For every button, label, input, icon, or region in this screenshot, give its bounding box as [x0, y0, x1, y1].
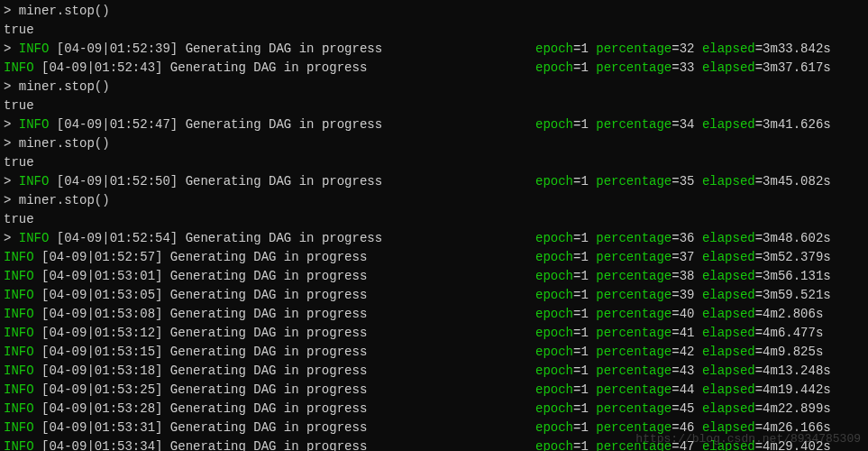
- command-line: > miner.stop(): [4, 78, 864, 97]
- log-message: Generating DAG in progress: [186, 231, 382, 245]
- timestamp: [04-09|01:53:25]: [41, 382, 162, 397]
- log-message: Generating DAG in progress: [170, 364, 367, 378]
- timestamp: [04-09|01:53:05]: [41, 288, 162, 302]
- log-line: INFO [04-09|01:53:01] Generating DAG in …: [4, 267, 864, 286]
- log-line: INFO [04-09|01:53:15] Generating DAG in …: [4, 343, 864, 362]
- timestamp: [04-09|01:53:18]: [41, 364, 162, 378]
- log-message: Generating DAG in progress: [170, 439, 367, 451]
- command-line: > miner.stop(): [4, 134, 864, 153]
- log-message: Generating DAG in progress: [170, 288, 367, 302]
- log-level: INFO: [4, 382, 34, 397]
- log-line: INFO [04-09|01:53:28] Generating DAG in …: [4, 400, 864, 419]
- return-value: true: [4, 97, 864, 115]
- log-line: INFO [04-09|01:52:43] Generating DAG in …: [4, 59, 864, 78]
- log-level: INFO: [4, 439, 34, 451]
- timestamp: [04-09|01:53:15]: [41, 345, 162, 359]
- log-level: INFO: [19, 231, 50, 245]
- log-message: Generating DAG in progress: [170, 401, 367, 416]
- log-level: INFO: [19, 41, 50, 56]
- timestamp: [04-09|01:53:12]: [41, 326, 162, 340]
- timestamp: [04-09|01:53:28]: [41, 401, 162, 416]
- log-level: INFO: [19, 117, 50, 132]
- log-message: Generating DAG in progress: [170, 420, 367, 435]
- log-message: Generating DAG in progress: [186, 174, 382, 189]
- log-line: > INFO [04-09|01:52:39] Generating DAG i…: [4, 40, 864, 59]
- timestamp: [04-09|01:52:57]: [41, 250, 162, 264]
- watermark-text: https://blog.csdn.net/8934785309: [635, 430, 861, 448]
- log-level: INFO: [19, 174, 50, 189]
- log-message: Generating DAG in progress: [170, 250, 367, 264]
- log-message: Generating DAG in progress: [186, 41, 382, 56]
- log-level: INFO: [4, 269, 34, 283]
- log-level: INFO: [4, 420, 34, 435]
- log-line: INFO [04-09|01:53:18] Generating DAG in …: [4, 362, 864, 381]
- log-level: INFO: [4, 60, 34, 75]
- log-message: Generating DAG in progress: [170, 269, 367, 283]
- log-level: INFO: [4, 288, 34, 302]
- log-line: > INFO [04-09|01:52:50] Generating DAG i…: [4, 172, 864, 191]
- log-message: Generating DAG in progress: [186, 117, 382, 132]
- log-line: INFO [04-09|01:52:57] Generating DAG in …: [4, 248, 864, 267]
- timestamp: [04-09|01:53:01]: [41, 269, 162, 283]
- timestamp: [04-09|01:52:54]: [57, 231, 178, 245]
- log-level: INFO: [4, 401, 34, 416]
- timestamp: [04-09|01:52:47]: [57, 117, 178, 132]
- log-level: INFO: [4, 345, 34, 359]
- return-value: true: [4, 153, 864, 172]
- log-message: Generating DAG in progress: [170, 382, 367, 397]
- log-level: INFO: [4, 326, 34, 340]
- return-value: true: [4, 21, 864, 40]
- command-line: > miner.stop(): [4, 191, 864, 210]
- timestamp: [04-09|01:52:50]: [57, 174, 178, 189]
- timestamp: [04-09|01:53:31]: [41, 420, 162, 435]
- timestamp: [04-09|01:53:34]: [41, 439, 162, 451]
- log-message: Generating DAG in progress: [170, 60, 367, 75]
- log-line: > INFO [04-09|01:52:54] Generating DAG i…: [4, 229, 864, 248]
- log-line: > INFO [04-09|01:52:47] Generating DAG i…: [4, 115, 864, 134]
- command-line: > miner.stop(): [4, 2, 864, 21]
- log-message: Generating DAG in progress: [170, 307, 367, 321]
- timestamp: [04-09|01:52:39]: [57, 41, 178, 56]
- timestamp: [04-09|01:52:43]: [41, 60, 162, 75]
- return-value: true: [4, 210, 864, 229]
- log-level: INFO: [4, 250, 34, 264]
- log-level: INFO: [4, 307, 34, 321]
- log-line: INFO [04-09|01:53:25] Generating DAG in …: [4, 381, 864, 400]
- log-message: Generating DAG in progress: [170, 326, 367, 340]
- log-line: INFO [04-09|01:53:05] Generating DAG in …: [4, 286, 864, 305]
- timestamp: [04-09|01:53:08]: [41, 307, 162, 321]
- log-level: INFO: [4, 364, 34, 378]
- log-line: INFO [04-09|01:53:08] Generating DAG in …: [4, 305, 864, 324]
- log-line: INFO [04-09|01:53:12] Generating DAG in …: [4, 324, 864, 343]
- log-message: Generating DAG in progress: [170, 345, 367, 359]
- terminal-output[interactable]: > miner.stop()true> INFO [04-09|01:52:39…: [4, 2, 864, 451]
